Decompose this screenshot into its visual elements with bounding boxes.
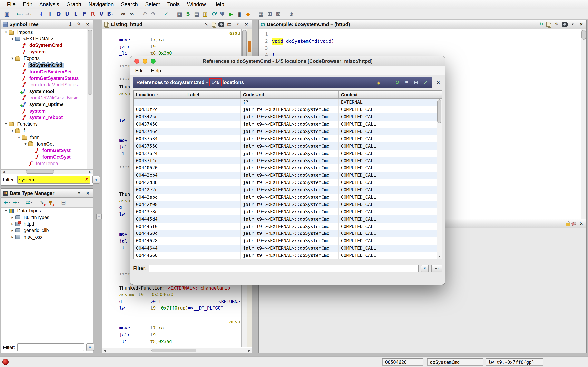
clear-icon[interactable] xyxy=(571,222,576,226)
menu-window[interactable]: Window xyxy=(183,1,210,7)
tree-item-dosystemcmd[interactable]: ƒdoSystemCmd xyxy=(2,42,87,49)
tree-item-fromgetwifigusetbasic[interactable]: ƒfromGetWifiGusetBasic xyxy=(2,95,87,101)
tree-item-formgetsyst[interactable]: ƒformGetSyst xyxy=(2,147,87,154)
menu-tools[interactable]: Tools xyxy=(164,1,183,7)
dtm-sync-icon-dropdown[interactable]: ▾ xyxy=(30,201,32,204)
column-header-label[interactable]: Label xyxy=(185,91,241,98)
tree-item-dosystemcmd[interactable]: ƒdoSystemCmd xyxy=(2,62,87,68)
scroll-right-icon[interactable]: ▶ xyxy=(247,348,251,353)
tree-item-builtintypes[interactable]: ▸BuiltInTypes xyxy=(2,214,92,221)
scroll-right-icon[interactable]: ▶ xyxy=(88,170,93,174)
dtm-forward-icon[interactable]: →▾ xyxy=(12,198,20,207)
checkpoint-icon[interactable]: ◆ xyxy=(244,10,252,18)
clear-filter-icon[interactable]: ✗ xyxy=(84,177,90,182)
tree-item-functions[interactable]: ▾Functions xyxy=(2,121,87,127)
label-l-icon[interactable]: L xyxy=(72,10,80,18)
decompile-close-icon[interactable]: × xyxy=(578,21,585,28)
expand-arrow[interactable]: ▾ xyxy=(23,142,28,146)
symbol-filter-input[interactable] xyxy=(17,177,84,182)
table-row[interactable]: 00442cb4jalr t9=><EXTERNAL>::doSystemCmd… xyxy=(134,172,437,179)
register-icon[interactable]: ▥ xyxy=(201,10,209,18)
table-vscrollbar[interactable]: ▼ xyxy=(437,99,442,259)
copy-icon[interactable] xyxy=(546,22,550,26)
clear-flow-icon[interactable]: ↓ xyxy=(38,10,45,18)
dtm-funnel-filter-icon[interactable]: ▼✗ xyxy=(47,198,54,207)
back-icon-dropdown[interactable]: ▾ xyxy=(21,12,23,16)
search-text-icon[interactable]: ∞ xyxy=(128,10,136,18)
call-tree-icon[interactable]: Ψ xyxy=(218,10,226,18)
snapshot-copy-icon[interactable] xyxy=(212,22,215,26)
listing-header[interactable]: Listing: httpd ↖ ▤ ▾ × xyxy=(103,20,251,29)
table-row[interactable]: 0043746cjalr t9=><EXTERNAL>::doSystemCmd… xyxy=(134,128,437,135)
table-row[interactable]: 00442d38jalr t9=><EXTERNAL>::doSystemCmd… xyxy=(134,179,437,186)
expand-arrow[interactable]: ▾ xyxy=(16,135,22,139)
table-row[interactable]: 004445d4jalr t9=><EXTERNAL>::doSystemCmd… xyxy=(134,216,437,223)
table-row[interactable]: 0044460cjalr t9=><EXTERNAL>::doSystemCmd… xyxy=(134,230,437,237)
tree-item-httpd[interactable]: ▸httpd xyxy=(2,221,92,227)
menu-graph[interactable]: Graph xyxy=(63,1,85,7)
table-row[interactable]: 00437f4cjalr t9=><EXTERNAL>::doSystemCmd… xyxy=(134,157,437,164)
dtm-sync-icon[interactable]: ⇄▾ xyxy=(25,198,33,207)
refresh-icon[interactable]: ↻ xyxy=(538,21,545,28)
refresh-icon[interactable]: ↻ xyxy=(394,79,401,86)
tree-item-formgetsystemstatus[interactable]: ƒformGetSystemStatus xyxy=(2,75,87,81)
back-icon[interactable]: ←▾ xyxy=(16,10,24,18)
validate-icon[interactable]: ✓ xyxy=(163,10,170,18)
memory-map-icon[interactable]: ▦ xyxy=(176,10,183,18)
tree-item-formgetsystemset[interactable]: ƒformGetSystemSet xyxy=(2,68,87,75)
dtm-back-icon[interactable]: ←▾ xyxy=(3,198,11,207)
symbol-tree-hscrollbar[interactable]: ◀ ▶ xyxy=(1,169,93,174)
cursor-icon[interactable]: ↖ xyxy=(203,21,210,28)
search-memory-icon[interactable]: ∞ xyxy=(119,10,127,18)
table-row[interactable]: 00442f08jalr t9=><EXTERNAL>::doSystemCmd… xyxy=(134,201,437,208)
column-header-location[interactable]: Location▲ xyxy=(134,91,185,98)
expand-arrow[interactable]: ▾ xyxy=(3,209,9,213)
dtm-collapse-all-icon[interactable]: ⊟ xyxy=(60,198,67,207)
listing-close-icon[interactable]: × xyxy=(243,21,250,28)
expand-arrow[interactable]: ▾ xyxy=(10,129,15,133)
scroll-down-icon[interactable]: ▼ xyxy=(437,254,442,259)
dialog-filter-options-button[interactable]: ▼ xyxy=(421,264,429,272)
plugin-icon[interactable]: ⊕ xyxy=(287,10,295,18)
home-icon[interactable]: ⌂ xyxy=(384,79,392,86)
lock-icon[interactable] xyxy=(566,223,570,226)
table-scroll-thumb[interactable] xyxy=(437,100,441,123)
menu-analysis[interactable]: Analysis xyxy=(36,1,63,7)
snapshot-window-icon[interactable]: ⊞ xyxy=(412,79,420,86)
menu-help[interactable]: Help xyxy=(151,67,161,73)
instruction-i-icon[interactable]: I xyxy=(46,10,54,18)
snapshot-camera-icon[interactable] xyxy=(218,22,224,26)
script-manager-icon[interactable]: ▮ xyxy=(236,10,243,18)
tree-item-data-types[interactable]: ▾Data Types xyxy=(2,208,92,214)
listing-book-icon[interactable]: ▤ xyxy=(226,21,233,28)
byte-b-icon[interactable]: B▾ xyxy=(106,10,114,18)
remove-r-icon[interactable]: R xyxy=(89,10,97,18)
table-row[interactable]: 004445f0jalr t9=><EXTERNAL>::doSystemCmd… xyxy=(134,223,437,230)
tree-item-mac-osx[interactable]: ▸mac_osx xyxy=(2,234,92,240)
data-d-icon[interactable]: D xyxy=(55,10,62,18)
expand-arrow[interactable]: ▾ xyxy=(10,57,15,60)
menu-navigation[interactable]: Navigation xyxy=(85,1,117,7)
table-row[interactable]: 00444660jalr t9=><EXTERNAL>::doSystemCmd… xyxy=(134,252,437,259)
menu-list-icon[interactable]: ≡ xyxy=(403,79,410,86)
table-row[interactable]: 00437534jalr t9=><EXTERNAL>::doSystemCmd… xyxy=(134,135,437,142)
tree-item-exports[interactable]: ▾Exports xyxy=(2,55,87,62)
close-window-icon[interactable] xyxy=(134,59,139,64)
undo-icon[interactable]: ↶ xyxy=(141,10,149,18)
minimize-window-icon[interactable] xyxy=(143,59,147,64)
tree-item-system-reboot[interactable]: ƒsystem_reboot xyxy=(2,114,87,121)
decompile-icon[interactable]: Cf xyxy=(210,10,218,18)
menu-edit[interactable]: Edit xyxy=(19,1,36,7)
dialog-filter-input[interactable] xyxy=(150,266,418,271)
tree-item-system-uptime[interactable]: ƒsystem_uptime xyxy=(2,101,87,108)
expand-arrow[interactable]: ▸ xyxy=(10,222,15,226)
dtm-pointer-filter-icon[interactable]: ↘✗ xyxy=(38,198,46,207)
symbol-tree-header[interactable]: Symbol Tree ↥ ✎ × xyxy=(1,20,93,29)
table-row[interactable]: ??EXTERNAL xyxy=(134,99,437,106)
undefine-u-icon[interactable]: U xyxy=(63,10,71,18)
table-row[interactable]: 00437550jalr t9=><EXTERNAL>::doSystemCmd… xyxy=(134,142,437,150)
redo-icon[interactable]: ↷ xyxy=(149,10,157,18)
tree-item-formgetsyst[interactable]: ƒformGetSyst xyxy=(2,154,87,160)
column-header-context[interactable]: Context xyxy=(338,91,442,98)
tree-item-formtenda[interactable]: ƒformTenda xyxy=(2,160,87,167)
